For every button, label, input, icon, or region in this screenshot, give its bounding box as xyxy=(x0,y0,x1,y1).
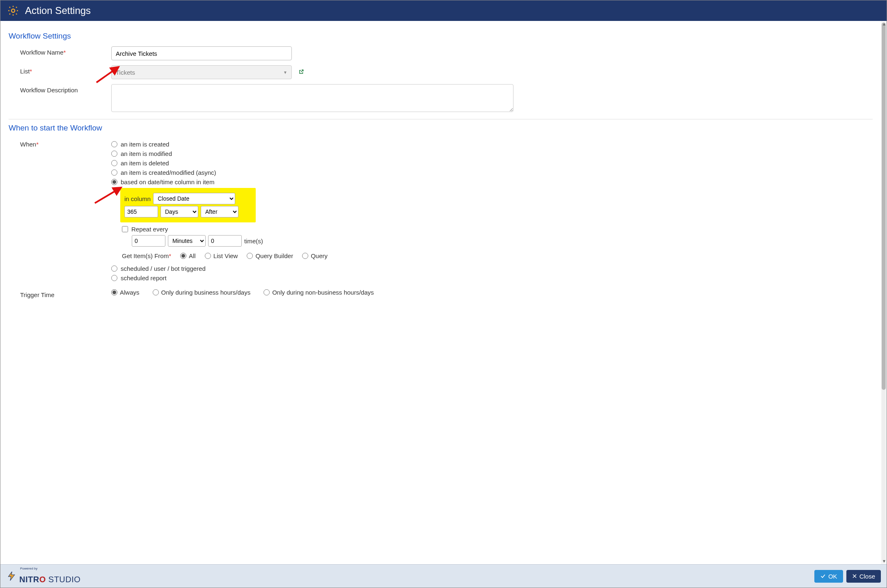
date-column-config-highlight: in column Closed Date Days After xyxy=(120,188,256,222)
repeat-checkbox-line[interactable]: Repeat every xyxy=(122,226,873,233)
dialog-title: Action Settings xyxy=(25,5,91,16)
scroll-down-icon[interactable]: ▼ xyxy=(882,559,886,563)
radio-deleted[interactable] xyxy=(111,160,117,166)
divider xyxy=(9,119,873,119)
row-description: Workflow Description xyxy=(9,84,873,113)
radio-item-deleted[interactable]: an item is deleted xyxy=(111,160,873,167)
label-list: List* xyxy=(9,65,111,75)
radio-item-modified[interactable]: an item is modified xyxy=(111,150,873,157)
row-when: When* an item is created an item is modi… xyxy=(9,138,873,284)
label-workflow-name: Workflow Name* xyxy=(9,46,111,56)
radio-scheduled-report[interactable] xyxy=(111,275,117,281)
row-workflow-name: Workflow Name* xyxy=(9,46,873,60)
radio-trigger-always[interactable]: Always xyxy=(111,289,140,296)
offset-direction-select[interactable]: After xyxy=(201,206,238,217)
radio-created-modified-async[interactable] xyxy=(111,169,117,176)
label-get-items: Get Item(s) From* xyxy=(122,252,171,259)
dialog-window: Action Settings Workflow Settings Workfl… xyxy=(0,0,887,588)
scroll-content[interactable]: Workflow Settings Workflow Name* List* T… xyxy=(0,21,881,564)
repeat-unit-select[interactable]: Minutes xyxy=(168,235,206,247)
required-mark: * xyxy=(64,49,66,56)
check-icon xyxy=(820,573,826,579)
scrollbar-thumb[interactable] xyxy=(882,23,886,390)
scroll-up-icon[interactable]: ▲ xyxy=(882,22,886,26)
required-mark: * xyxy=(169,252,171,259)
section-title-when: When to start the Workflow xyxy=(9,124,873,133)
radio-getitems-all[interactable]: All xyxy=(180,252,196,259)
required-mark: * xyxy=(36,141,39,148)
footer-bar: Powered by NITRO STUDIO OK Close xyxy=(0,564,887,588)
close-button[interactable]: Close xyxy=(846,570,881,583)
label-trigger-time: Trigger Time xyxy=(9,289,111,298)
get-items-row: Get Item(s) From* All List View Query Bu… xyxy=(122,252,873,259)
section-title-workflow: Workflow Settings xyxy=(9,32,873,41)
label-in-column: in column xyxy=(124,195,151,202)
open-external-icon[interactable] xyxy=(298,69,304,76)
radio-getitems-query[interactable]: Query xyxy=(302,252,328,259)
chevron-down-icon: ▼ xyxy=(283,70,287,75)
list-select-value: Tickets xyxy=(116,69,135,76)
radio-date-column[interactable] xyxy=(111,179,117,185)
radio-scheduled[interactable] xyxy=(111,265,117,272)
powered-by-text: Powered by xyxy=(20,567,37,570)
radio-item-scheduled-report[interactable]: scheduled report xyxy=(111,275,873,281)
radio-item-created[interactable]: an item is created xyxy=(111,141,873,148)
repeat-checkbox[interactable] xyxy=(122,226,128,232)
offset-unit-select[interactable]: Days xyxy=(160,206,198,217)
gear-icon xyxy=(7,5,19,17)
label-description: Workflow Description xyxy=(9,84,111,94)
row-trigger-time: Trigger Time Always Only during business… xyxy=(9,289,873,298)
title-bar: Action Settings xyxy=(0,0,887,21)
workflow-description-input[interactable] xyxy=(111,84,513,112)
radio-created[interactable] xyxy=(111,141,117,147)
offset-value-input[interactable] xyxy=(124,206,158,217)
workflow-name-input[interactable] xyxy=(111,46,292,60)
repeat-times-input[interactable] xyxy=(208,235,242,247)
svg-point-0 xyxy=(11,9,15,12)
radio-getitems-querybuilder[interactable]: Query Builder xyxy=(247,252,293,259)
ok-button[interactable]: OK xyxy=(814,570,843,583)
row-list: List* Tickets ▼ xyxy=(9,65,873,79)
label-when: When* xyxy=(9,138,111,148)
repeat-config-row: Minutes time(s) xyxy=(132,235,873,247)
content-area: Workflow Settings Workflow Name* List* T… xyxy=(0,21,887,564)
bolt-icon xyxy=(6,571,17,581)
radio-trigger-nonbusiness[interactable]: Only during non-business hours/days xyxy=(264,289,374,296)
brand-logo: Powered by NITRO STUDIO xyxy=(6,568,80,584)
required-mark: * xyxy=(30,68,32,75)
label-repeat: Repeat every xyxy=(131,226,168,233)
vertical-scrollbar[interactable] xyxy=(882,23,886,563)
radio-item-date-column[interactable]: based on date/time column in item xyxy=(111,178,873,185)
radio-item-created-modified-async[interactable]: an item is created/modified (async) xyxy=(111,169,873,176)
column-select[interactable]: Closed Date xyxy=(153,193,235,204)
radio-getitems-listview[interactable]: List View xyxy=(205,252,238,259)
footer-buttons: OK Close xyxy=(814,570,881,583)
label-times: time(s) xyxy=(244,238,263,245)
close-icon xyxy=(852,574,857,579)
list-select[interactable]: Tickets ▼ xyxy=(111,65,292,79)
radio-trigger-business[interactable]: Only during business hours/days xyxy=(153,289,251,296)
radio-modified[interactable] xyxy=(111,151,117,157)
radio-item-scheduled[interactable]: scheduled / user / bot triggered xyxy=(111,265,873,272)
repeat-interval-input[interactable] xyxy=(132,235,165,247)
